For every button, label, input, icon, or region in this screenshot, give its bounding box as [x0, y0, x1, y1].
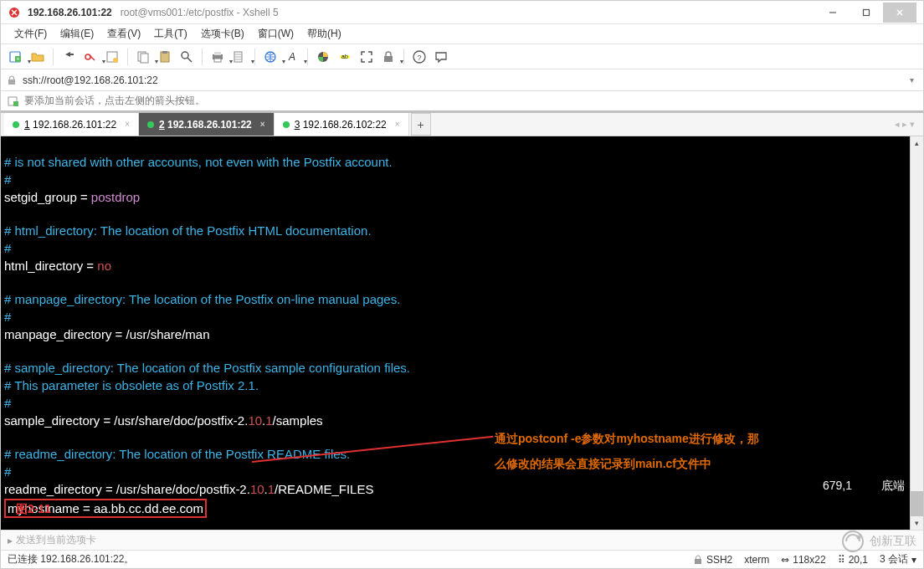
terminal-line: html_directory = no: [4, 259, 111, 273]
help-button[interactable]: ?: [409, 47, 429, 67]
terminal-line: #: [4, 172, 11, 187]
menu-window[interactable]: 窗口(W): [251, 25, 300, 43]
menu-tabs[interactable]: 选项卡(B): [194, 25, 251, 43]
menu-view[interactable]: 查看(V): [100, 25, 147, 43]
tab-number: 2 192.168.26.101:22: [159, 119, 252, 131]
terminal-line: sample_directory = /usr/share/doc/postfi…: [4, 413, 323, 428]
scrollbar[interactable]: ▴ ▾: [910, 136, 923, 530]
scroll-thumb[interactable]: [911, 491, 923, 516]
menu-file[interactable]: 文件(F): [8, 25, 54, 43]
add-tab-button[interactable]: +: [411, 113, 431, 136]
terminal-line: manpage_directory = /usr/share/man: [4, 327, 210, 341]
svg-rect-21: [214, 59, 221, 62]
svg-rect-31: [8, 79, 15, 85]
terminal-line: # sample_directory: The location of the …: [4, 361, 410, 375]
scroll-up-icon[interactable]: ▴: [911, 136, 923, 150]
title-bar: 192.168.26.101:22 root@vms001:/etc/postf…: [1, 1, 923, 24]
print-button[interactable]: [208, 47, 228, 67]
annotation-text-2: 么修改的结果会直接记录到main.cf文件中: [495, 456, 711, 472]
find-button[interactable]: [177, 47, 197, 67]
svg-rect-20: [214, 52, 221, 55]
maximize-button[interactable]: [850, 3, 883, 23]
paste-button[interactable]: [155, 47, 175, 67]
minimize-button[interactable]: [816, 3, 850, 23]
menu-edit[interactable]: 编辑(E): [54, 25, 100, 43]
svg-text:+: +: [16, 55, 19, 61]
title-path: root@vms001:/etc/postfix - Xshell 5: [121, 7, 279, 18]
disconnect-button[interactable]: [80, 47, 100, 67]
terminal-line: #: [4, 464, 11, 479]
terminal-line: # readme_directory: The location of the …: [4, 447, 350, 461]
toolbar-separator: [254, 49, 255, 65]
toolbar-separator: [127, 49, 128, 65]
tab-nav-arrows[interactable]: ◂ ▸ ▾: [886, 113, 923, 136]
copy-button[interactable]: [133, 47, 153, 67]
terminal-line: # manpage_directory: The location of the…: [4, 292, 400, 306]
lock-icon: [6, 74, 18, 86]
highlight-button[interactable]: ab: [335, 47, 355, 67]
tab-2[interactable]: 2 192.168.26.101:22 ×: [139, 113, 275, 136]
tab-close-icon[interactable]: ×: [125, 120, 130, 129]
tab-close-icon[interactable]: ×: [395, 120, 400, 129]
toolbar-separator: [307, 49, 308, 65]
open-button[interactable]: [28, 47, 48, 67]
svg-point-17: [182, 52, 188, 59]
compose-bar[interactable]: ▸ 发送到当前选项卡: [1, 530, 923, 550]
svg-text:A: A: [288, 51, 295, 63]
menu-bar: 文件(F) 编辑(E) 查看(V) 工具(T) 选项卡(B) 窗口(W) 帮助(…: [1, 24, 923, 44]
status-cursor: ⠿ 20,1: [838, 554, 868, 566]
add-session-icon[interactable]: [8, 95, 19, 107]
color-scheme-button[interactable]: [313, 47, 333, 67]
new-session-button[interactable]: +: [6, 47, 26, 67]
status-size: ⇔ 118x22: [781, 554, 825, 566]
status-ssh: SSH2: [693, 554, 732, 566]
lock-button[interactable]: [378, 47, 398, 67]
address-bar: ssh://root@192.168.26.101:22 ▾: [1, 69, 923, 91]
svg-rect-33: [13, 101, 18, 106]
fullscreen-button[interactable]: [357, 47, 377, 67]
terminal[interactable]: # is not shared with other accounts, not…: [1, 136, 923, 530]
svg-text:?: ?: [417, 53, 421, 61]
terminal-line: readme_directory = /usr/share/doc/postfi…: [4, 482, 373, 496]
status-bar: 已连接 192.168.26.101:22。 SSH2 xterm ⇔ 118x…: [1, 550, 923, 568]
tab-1[interactable]: 1 192.168.26.101:22 ×: [4, 113, 139, 136]
font-button[interactable]: A: [282, 47, 302, 67]
close-button[interactable]: [883, 3, 916, 23]
svg-rect-16: [162, 51, 167, 54]
vim-position: 679,1 底端: [823, 478, 905, 494]
compose-placeholder: 发送到当前选项卡: [16, 533, 96, 547]
terminal-line: # html_directory: The location of the Po…: [4, 223, 372, 238]
compose-expand-icon[interactable]: ▸: [8, 535, 13, 546]
menu-help[interactable]: 帮助(H): [300, 25, 348, 43]
tab-bar: 1 192.168.26.101:22 × 2 192.168.26.101:2…: [1, 113, 923, 136]
chat-button[interactable]: [431, 47, 451, 67]
tab-number: 1 192.168.26.101:22: [24, 119, 116, 131]
tab-3[interactable]: 3 192.168.26.102:22 ×: [275, 113, 409, 136]
address-text[interactable]: ssh://root@192.168.26.101:22: [23, 74, 900, 86]
scroll-down-icon[interactable]: ▾: [911, 516, 923, 530]
status-dot-icon: [13, 121, 19, 128]
terminal-line: # This parameter is obsolete as of Postf…: [4, 378, 259, 392]
web-button[interactable]: [260, 47, 280, 67]
log-button[interactable]: [229, 47, 249, 67]
address-dropdown[interactable]: ▾: [905, 75, 918, 85]
properties-button[interactable]: [102, 47, 122, 67]
hint-text: 要添加当前会话，点击左侧的箭头按钮。: [24, 94, 205, 108]
status-connection: 已连接 192.168.26.101:22。: [8, 552, 134, 566]
svg-rect-28: [384, 56, 393, 62]
svg-rect-14: [141, 54, 148, 63]
tab-number: 3 192.168.26.102:22: [295, 119, 387, 131]
svg-rect-2: [864, 9, 870, 15]
status-sessions[interactable]: 3 会话 ▾: [880, 552, 916, 566]
reconnect-button[interactable]: [59, 47, 79, 67]
terminal-line: #: [4, 241, 11, 255]
annotation-text-1: 通过postconf -e参数对myhostname进行修改，那: [495, 431, 759, 447]
figure-label: 图2-11: [16, 501, 51, 517]
svg-rect-34: [695, 559, 701, 564]
terminal-line: #: [4, 396, 11, 410]
menu-tools[interactable]: 工具(T): [147, 25, 193, 43]
terminal-line: setgid_group = postdrop: [4, 190, 140, 204]
status-dot-icon: [147, 121, 154, 128]
svg-rect-8: [69, 54, 74, 55]
tab-close-icon[interactable]: ×: [260, 120, 265, 129]
